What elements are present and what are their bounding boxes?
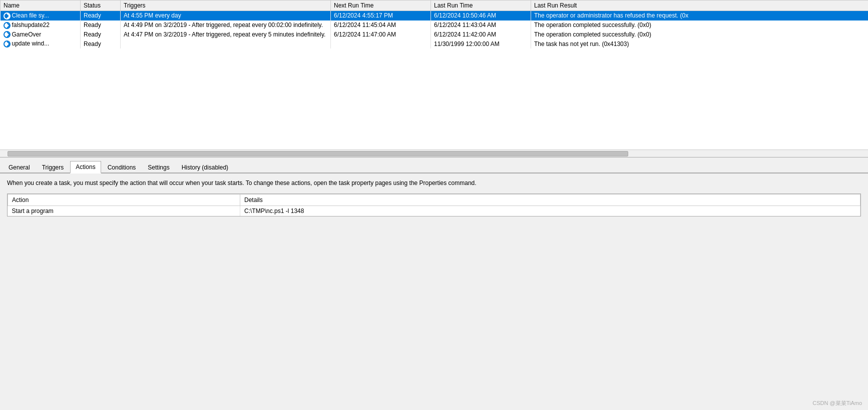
tab-general[interactable]: General (3, 162, 36, 174)
actions-col-details: Details (240, 194, 860, 206)
task-row[interactable]: GameOverReadyAt 4:47 PM on 3/2/2019 - Af… (1, 30, 869, 40)
task-last-run: 6/12/2024 11:43:04 AM (431, 20, 531, 30)
task-last-result: The operator or administrator has refuse… (531, 11, 869, 20)
task-icon (4, 40, 11, 48)
col-header-next[interactable]: Next Run Time (331, 0, 431, 11)
task-icon (4, 22, 11, 29)
task-triggers: At 4:47 PM on 3/2/2019 - After triggered… (121, 30, 331, 40)
task-table-header: Name Status Triggers Next Run Time Last … (1, 0, 869, 11)
task-name: falshupdate22 (1, 20, 81, 30)
action-details: C:\TMP\nc.ps1 -l 1348 (240, 206, 860, 216)
tab-triggers[interactable]: Triggers (37, 162, 70, 174)
task-list-area: Name Status Triggers Next Run Time Last … (0, 0, 868, 158)
task-last-result: The task has not yet run. (0x41303) (531, 39, 869, 48)
actions-col-action: Action (8, 194, 240, 206)
tab-actions[interactable]: Actions (70, 161, 101, 174)
watermark: CSDN @菜菜TiAmo (812, 400, 862, 407)
tab-history-disabled[interactable]: History (disabled) (176, 162, 234, 174)
task-icon (4, 31, 11, 38)
task-name: Clean file sy... (1, 11, 81, 20)
action-row[interactable]: Start a programC:\TMP\nc.ps1 -l 1348 (8, 206, 860, 216)
task-last-run: 6/12/2024 10:50:46 AM (431, 11, 531, 20)
task-row[interactable]: falshupdate22ReadyAt 4:49 PM on 3/2/2019… (1, 20, 869, 30)
task-name: update wind... (1, 39, 81, 48)
action-type: Start a program (8, 206, 240, 216)
task-name: GameOver (1, 30, 81, 40)
tabs-bar: GeneralTriggersActionsConditionsSettings… (0, 158, 868, 174)
task-last-result: The operation completed successfully. (0… (531, 20, 869, 30)
task-next-run: 6/12/2024 4:55:17 PM (331, 11, 431, 20)
col-header-name[interactable]: Name (1, 0, 81, 11)
actions-description: When you create a task, you must specify… (7, 178, 861, 188)
tab-conditions[interactable]: Conditions (102, 162, 142, 174)
col-header-result[interactable]: Last Run Result (531, 0, 869, 11)
task-last-result: The operation completed successfully. (0… (531, 30, 869, 40)
actions-table-header: Action Details (8, 194, 860, 206)
task-next-run: 6/12/2024 11:47:00 AM (331, 30, 431, 40)
task-triggers: At 4:49 PM on 3/2/2019 - After triggered… (121, 20, 331, 30)
task-status: Ready (81, 20, 121, 30)
col-header-triggers[interactable]: Triggers (121, 0, 331, 11)
bottom-panel: GeneralTriggersActionsConditionsSettings… (0, 158, 868, 410)
scrollbar-thumb[interactable] (8, 151, 628, 156)
task-triggers (121, 39, 331, 48)
task-triggers: At 4:55 PM every day (121, 11, 331, 20)
tab-settings[interactable]: Settings (142, 162, 175, 174)
task-last-run: 11/30/1999 12:00:00 AM (431, 39, 531, 48)
task-next-run (331, 39, 431, 48)
col-header-status[interactable]: Status (81, 0, 121, 11)
task-row[interactable]: update wind...Ready11/30/1999 12:00:00 A… (1, 39, 869, 48)
actions-table-container: Action Details Start a programC:\TMP\nc.… (7, 194, 861, 216)
task-last-run: 6/12/2024 11:42:00 AM (431, 30, 531, 40)
task-icon (4, 12, 11, 20)
task-table: Name Status Triggers Next Run Time Last … (0, 0, 868, 48)
col-header-last[interactable]: Last Run Time (431, 0, 531, 11)
actions-content: When you create a task, you must specify… (0, 174, 868, 410)
actions-table: Action Details Start a programC:\TMP\nc.… (8, 194, 860, 216)
task-next-run: 6/12/2024 11:45:04 AM (331, 20, 431, 30)
task-row[interactable]: Clean file sy...ReadyAt 4:55 PM every da… (1, 11, 869, 20)
horizontal-scrollbar[interactable] (0, 150, 868, 157)
task-status: Ready (81, 11, 121, 20)
task-status: Ready (81, 30, 121, 40)
task-status: Ready (81, 39, 121, 48)
